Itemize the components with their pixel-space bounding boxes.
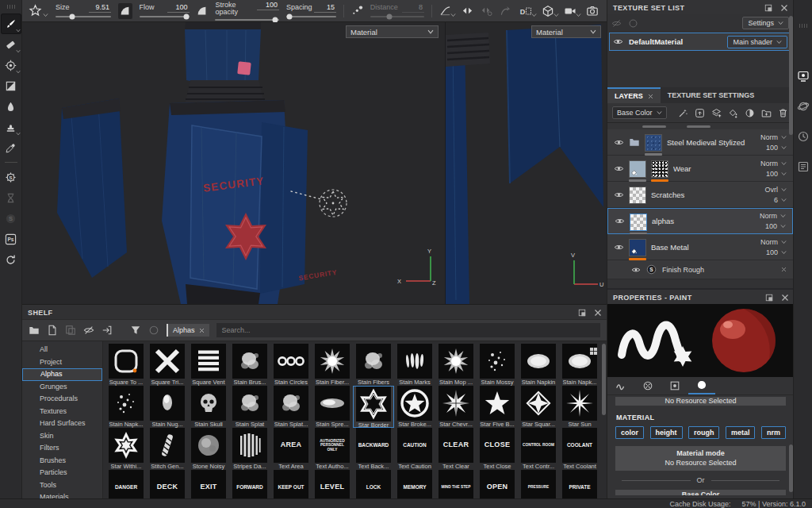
layer-row-alphas[interactable]: alphasNorm100	[607, 208, 793, 234]
close-icon[interactable]	[594, 309, 602, 317]
display-settings-button[interactable]	[797, 70, 810, 83]
camera-mode-button[interactable]	[563, 4, 576, 17]
layer-visibility-toggle[interactable]	[614, 137, 624, 148]
shelf-resource-stain-splat[interactable]: Stain Splat	[229, 386, 270, 428]
popout-icon[interactable]	[764, 4, 772, 12]
projection-mode-button[interactable]: D	[519, 4, 532, 17]
opacity-dropdown[interactable]: 6	[774, 196, 787, 204]
flow-profile-button[interactable]	[197, 4, 209, 17]
shelf-resource-stain-spre[interactable]: Stain Spre...	[312, 386, 353, 428]
layers-scrollbar[interactable]	[789, 16, 793, 135]
layer-row-base-metal[interactable]: Base MetalNorm100	[607, 234, 793, 260]
shelf-scrollbar[interactable]	[602, 344, 606, 415]
shelf-resource-stain-marks[interactable]: Stain Marks	[394, 344, 435, 386]
tab-material[interactable]	[688, 377, 715, 394]
flow-slider[interactable]	[140, 16, 190, 17]
shelf-category-hard-surfaces[interactable]: Hard Surfaces	[22, 418, 102, 430]
shelf-resource-star-five-b[interactable]: Star Five B...	[477, 386, 518, 428]
paint-tool-button[interactable]	[2, 14, 21, 33]
shelf-resource-star-withi[interactable]: Star Withi...	[105, 428, 147, 470]
shelf-resource-star-border[interactable]: Star Border	[353, 386, 394, 428]
history-button[interactable]	[797, 130, 810, 143]
shelf-browse-icon[interactable]	[29, 325, 40, 336]
shelf-category-textures[interactable]: Textures	[22, 406, 102, 418]
shelf-resource-text-caution[interactable]: CAUTIONText Caution	[394, 428, 435, 470]
remove-filter-icon[interactable]	[199, 328, 205, 333]
shelf-resource-deck[interactable]: DECK	[147, 470, 188, 499]
layer-visibility-toggle[interactable]	[615, 216, 625, 226]
layer-visibility-toggle[interactable]	[614, 164, 624, 174]
tab-texture-set-settings[interactable]: TEXTURE SET SETTINGS	[661, 87, 762, 103]
smudge-tool-button[interactable]	[2, 97, 21, 116]
layer-visibility-toggle[interactable]	[614, 190, 624, 200]
shelf-resource-private[interactable]: PRIVATE	[559, 470, 600, 499]
eye-icon[interactable]	[613, 37, 623, 47]
shelf-resource-text-close[interactable]: CLOSEText Close	[477, 428, 518, 470]
toolbar-drag-handle[interactable]	[7, 5, 15, 9]
popout-icon[interactable]	[765, 294, 773, 302]
opacity-dropdown[interactable]: 100	[766, 144, 787, 152]
texture-set-settings-button[interactable]: Settings	[742, 17, 789, 29]
opacity-dropdown[interactable]: 100	[766, 248, 787, 256]
clone-tool-button[interactable]	[2, 117, 21, 137]
add-smart-material-icon[interactable]	[695, 108, 705, 118]
shelf-category-all[interactable]: All	[22, 344, 102, 356]
shelf-resource-square-tri[interactable]: Square Tri...	[147, 344, 188, 386]
lazy-mouse-button[interactable]	[351, 4, 363, 17]
shelf-resource-star-squar[interactable]: Star Squar...	[518, 386, 559, 428]
add-mask-icon[interactable]	[745, 108, 755, 118]
close-icon[interactable]	[781, 294, 789, 302]
blend-mode-dropdown[interactable]: Norm	[760, 133, 787, 141]
hide-resource-icon[interactable]	[83, 325, 94, 336]
eraser-tool-button[interactable]	[2, 35, 21, 54]
layer-row-scratches[interactable]: ScratchesOvrl6	[607, 182, 793, 208]
shelf-resource-exit[interactable]: EXIT	[188, 470, 229, 499]
shelf-resource-text-area[interactable]: AREAText Area	[270, 428, 312, 470]
shelf-resource-stain-nug[interactable]: Stain Nug...	[147, 386, 188, 428]
grid-view-icon[interactable]	[588, 346, 599, 356]
opacity-dropdown[interactable]: 100	[766, 170, 787, 178]
shelf-resource-memory[interactable]: MEMORY	[394, 470, 435, 499]
add-effect-icon[interactable]	[678, 108, 688, 118]
shelf-category-skin[interactable]: Skin	[22, 430, 102, 443]
flow-value[interactable]: 100	[167, 4, 190, 13]
shelf-resource-stain-napkin[interactable]: Stain Napkin	[518, 344, 559, 386]
layer-row-wear[interactable]: WearNorm100	[607, 156, 793, 182]
shelf-resource-keep-out[interactable]: KEEP OUT	[270, 470, 312, 499]
blend-mode-dropdown[interactable]: Norm	[760, 212, 786, 220]
shelf-resource-square-vent[interactable]: Square Vent	[188, 344, 229, 386]
shelf-category-project[interactable]: Project	[22, 356, 102, 369]
log-button[interactable]	[797, 160, 810, 173]
duplicate-resource-icon[interactable]	[65, 325, 76, 336]
photoshop-export-button[interactable]: Ps	[2, 229, 21, 248]
effect-visibility-toggle[interactable]	[631, 265, 641, 275]
resources-updater-button[interactable]	[2, 250, 21, 269]
brush-cursor[interactable]	[320, 190, 347, 217]
blend-mode-dropdown[interactable]: Norm	[760, 238, 787, 246]
tab-layers[interactable]: LAYERS	[607, 87, 661, 103]
viewport-3d-display-mode-dropdown[interactable]: Material	[346, 25, 439, 38]
filter-tag-alphas[interactable]: Alphas	[167, 324, 209, 337]
close-tab-icon[interactable]	[648, 94, 653, 99]
spacing-value[interactable]: 15	[314, 4, 336, 13]
shelf-resource-star-sun[interactable]: Star Sun	[559, 386, 600, 428]
shelf-category-alphas[interactable]: Alphas	[22, 368, 102, 381]
brush-profile-button[interactable]	[118, 3, 132, 19]
viewport-2d-display-mode-dropdown[interactable]: Material	[531, 25, 601, 38]
shelf-resource-text-clear[interactable]: CLEARText Clear	[435, 428, 477, 470]
shelf-resource-stain-brus[interactable]: Stain Brus...	[229, 344, 270, 386]
shelf-resource-square-to[interactable]: Square To ...	[105, 344, 147, 386]
channel-toggle-height[interactable]: height	[650, 426, 683, 439]
symmetry-button[interactable]	[462, 4, 473, 17]
filter-icon[interactable]	[130, 325, 141, 336]
shelf-resource-stain-fibers[interactable]: Stain Fibers	[353, 344, 394, 386]
texture-set-row-defaultmaterial[interactable]: DefaultMaterial Main shader	[609, 33, 791, 51]
symmetry-settings-button[interactable]	[481, 4, 492, 17]
substance-effect-tool-button[interactable]: S	[2, 167, 21, 187]
blend-mode-dropdown[interactable]: Norm	[760, 160, 787, 167]
search-input[interactable]	[216, 323, 600, 337]
material-mode-button[interactable]: Material mode No Resource Selected	[615, 446, 786, 471]
shelf-resource-lock[interactable]: LOCK	[353, 470, 394, 499]
shelf-category-grunges[interactable]: Grunges	[22, 381, 102, 394]
shelf-resource-stain-fiber[interactable]: Stain Fiber...	[312, 344, 353, 386]
